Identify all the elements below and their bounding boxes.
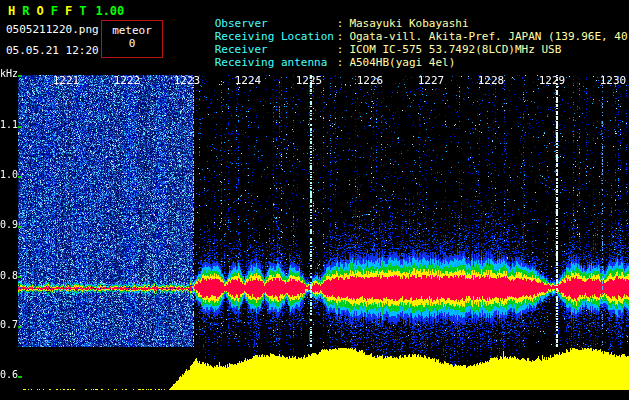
freq-label: 0.7 [0,320,17,330]
app-logo: HROFFT1.00 [8,4,124,18]
info-row-observer: Observer:Masayuki Kobayashi [175,4,629,17]
app-version: 1.00 [95,4,124,18]
meteor-counter-label: meteor [102,24,162,37]
info-label: Receiving Location [215,30,337,43]
time-label: 1224 [233,75,263,86]
freq-label: 1.0 [0,170,17,180]
spectrogram-canvas [18,75,629,390]
time-label: 1222 [112,75,142,86]
info-colon: : [337,30,344,43]
meteor-counter-box: meteor 0 [101,20,163,58]
time-label: 1229 [537,75,567,86]
time-label: 1228 [476,75,506,86]
output-filename: 0505211220.png [6,23,99,36]
time-label: 1225 [294,75,324,86]
info-value: A504HB(yagi 4el) [349,56,455,69]
freq-label: 0.6 [0,370,17,380]
timestamp: 05.05.21 12:20 [6,44,99,57]
freq-label: 0.9 [0,220,17,230]
info-value: Masayuki Kobayashi [349,17,468,30]
freq-axis-unit: kHz [0,69,17,79]
meteor-counter-value: 0 [102,37,162,50]
logo-letter-2: O [36,4,43,18]
logo-letter-1: R [22,4,29,18]
logo-letter-5: T [79,4,86,18]
info-label: Observer [215,17,337,30]
info-value: Ogata-vill. Akita-Pref. JAPAN (139.96E, … [349,30,629,43]
observation-info: Observer:Masayuki Kobayashi Receiving Lo… [175,4,629,56]
info-colon: : [337,17,344,30]
time-label: 1230 [598,75,628,86]
time-label: 1226 [355,75,385,86]
info-label: Receiver [215,43,337,56]
time-label: 1227 [416,75,446,86]
time-label: 1221 [51,75,81,86]
info-label: Receiving antenna [215,56,337,69]
logo-letter-3: F [51,4,58,18]
logo-letter-4: F [65,4,72,18]
freq-label: 1.1 [0,120,17,130]
logo-letter-0: H [8,4,15,18]
hrofft-screen: HROFFT1.00 0505211220.png 05.05.21 12:20… [0,0,629,400]
info-colon: : [337,43,344,56]
freq-label: 0.8 [0,271,17,281]
time-label: 1223 [172,75,202,86]
info-colon: : [337,56,344,69]
info-value: ICOM IC-575 53.7492(8LCD)MHz USB [349,43,561,56]
